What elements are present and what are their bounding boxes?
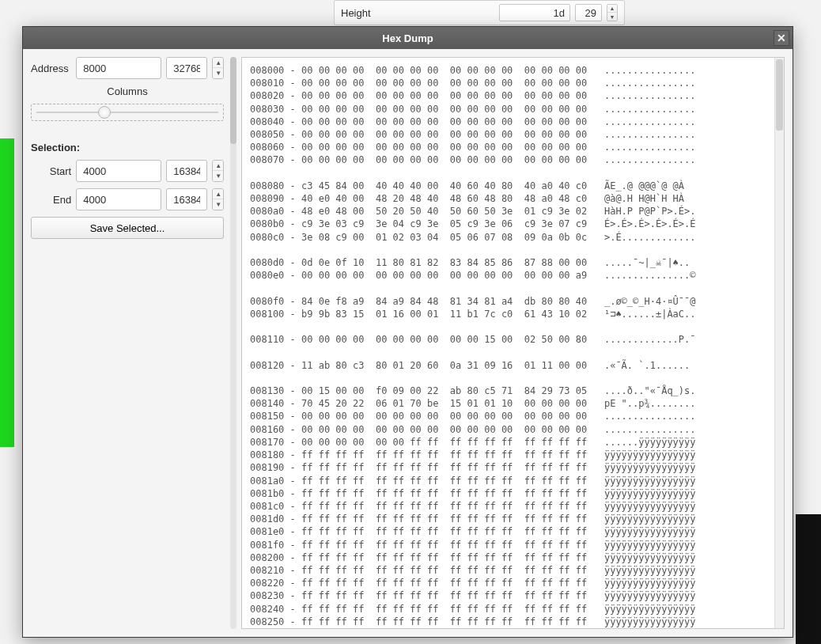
save-selected-button[interactable]: Save Selected... xyxy=(31,217,224,239)
chevron-down-icon[interactable]: ▼ xyxy=(213,68,224,78)
start-dec-input[interactable] xyxy=(166,160,207,182)
close-icon: ✕ xyxy=(777,32,786,44)
hex-dump-view[interactable]: 008000 - 00 00 00 00 00 00 00 00 00 00 0… xyxy=(241,57,785,629)
chevron-up-icon[interactable]: ▲ xyxy=(607,5,617,13)
address-hex-input[interactable] xyxy=(76,57,161,79)
chevron-up-icon[interactable]: ▲ xyxy=(213,189,224,199)
controls-panel: Address ▲▼ Columns Selection: Start ▲▼ E… xyxy=(31,57,224,629)
chevron-up-icon[interactable]: ▲ xyxy=(213,58,224,68)
panel-scrollbar[interactable] xyxy=(230,57,236,629)
bg-height-row: Height ▲▼ xyxy=(334,0,625,25)
address-dec-input[interactable] xyxy=(166,57,207,79)
end-label: End xyxy=(31,194,71,206)
scrollbar-thumb[interactable] xyxy=(776,59,783,131)
slider-thumb[interactable] xyxy=(98,106,111,119)
columns-label: Columns xyxy=(31,85,224,97)
end-hex-input[interactable] xyxy=(76,188,161,210)
address-spinner[interactable]: ▲▼ xyxy=(212,57,224,79)
chevron-down-icon[interactable]: ▼ xyxy=(213,171,224,181)
bg-height-dec-input[interactable] xyxy=(575,4,602,21)
window-title: Hex Dump xyxy=(382,32,433,44)
scrollbar-thumb[interactable] xyxy=(230,57,236,144)
close-button[interactable]: ✕ xyxy=(774,30,789,46)
chevron-up-icon[interactable]: ▲ xyxy=(213,161,224,171)
slider-track xyxy=(36,112,218,113)
address-label: Address xyxy=(31,63,71,74)
titlebar[interactable]: Hex Dump ✕ xyxy=(23,27,793,49)
bg-height-spinner[interactable]: ▲▼ xyxy=(607,4,618,21)
bg-dark-strip xyxy=(796,514,821,644)
selection-heading: Selection: xyxy=(31,142,224,153)
chevron-down-icon[interactable]: ▼ xyxy=(213,199,224,210)
columns-slider[interactable] xyxy=(31,104,224,121)
end-dec-input[interactable] xyxy=(166,188,207,210)
start-hex-input[interactable] xyxy=(76,160,161,182)
bg-height-label: Height xyxy=(341,7,371,19)
bg-green-strip xyxy=(0,138,14,447)
start-spinner[interactable]: ▲▼ xyxy=(212,160,224,182)
end-spinner[interactable]: ▲▼ xyxy=(212,188,224,210)
bg-height-hex-input[interactable] xyxy=(499,4,570,21)
dump-scrollbar[interactable] xyxy=(774,58,784,628)
hex-dump-window: Hex Dump ✕ Address ▲▼ Columns Selection:… xyxy=(22,26,793,638)
hex-dump-text[interactable]: 008000 - 00 00 00 00 00 00 00 00 00 00 0… xyxy=(242,58,774,628)
start-label: Start xyxy=(31,165,71,177)
chevron-down-icon[interactable]: ▼ xyxy=(607,13,617,21)
